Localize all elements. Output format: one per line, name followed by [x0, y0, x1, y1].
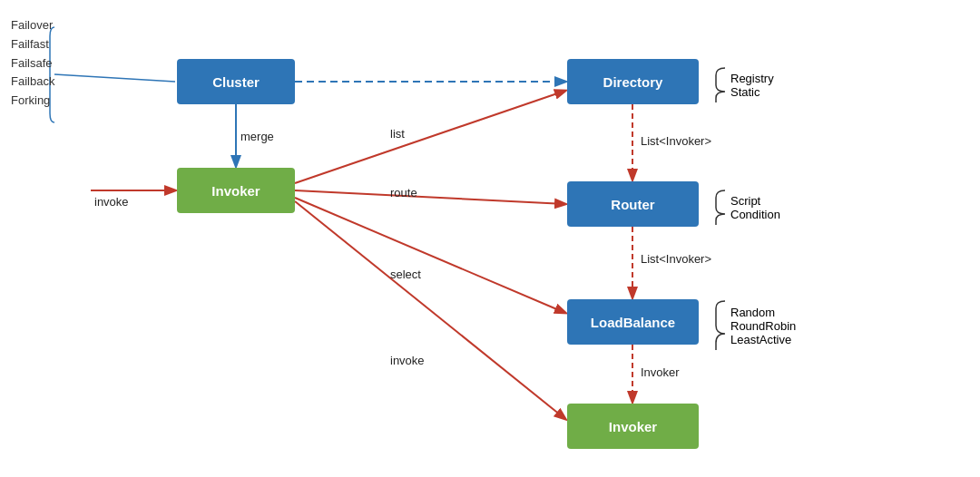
loadbalance-node: LoadBalance [567, 299, 699, 345]
cluster-option-forking: Forking [11, 92, 54, 111]
directory-options-group: Registry Static [712, 66, 774, 104]
invoker-label: Invoker [641, 365, 680, 379]
cluster-option-failover: Failover [11, 16, 54, 35]
list-invoker2-label: List<Invoker> [641, 252, 711, 266]
svg-line-5 [295, 198, 565, 313]
svg-line-10 [54, 74, 175, 82]
svg-line-4 [295, 190, 565, 204]
loadbalance-option-roundrobin: RoundRobin [730, 319, 796, 333]
invoke-label: invoke [94, 195, 129, 209]
merge-label: merge [240, 130, 274, 143]
list-invoker1-label: List<Invoker> [641, 134, 711, 148]
svg-line-3 [295, 91, 565, 183]
route-label: route [390, 186, 417, 200]
cluster-options: Failover Failfast Failsafe Failback Fork… [11, 16, 54, 111]
directory-option-registry: Registry [730, 72, 774, 85]
router-node: Router [567, 181, 699, 227]
loadbalance-options-group: Random RoundRobin LeastActive [712, 299, 796, 352]
diagram-container: Failover Failfast Failsafe Failback Fork… [0, 0, 980, 477]
router-option-condition: Condition [730, 208, 780, 221]
directory-node: Directory [567, 59, 699, 104]
cluster-option-failfast: Failfast [11, 35, 54, 54]
loadbalance-option-leastactive: LeastActive [730, 333, 796, 346]
cluster-option-failsafe: Failsafe [11, 54, 54, 73]
invoke-bottom-label: invoke [390, 354, 425, 367]
cluster-node: Cluster [177, 59, 295, 104]
invoker-top-node: Invoker [177, 168, 295, 213]
invoker-bottom-node: Invoker [567, 404, 699, 449]
arrows-svg [0, 0, 980, 477]
router-options-group: Script Condition [712, 189, 780, 227]
cluster-option-failback: Failback [11, 73, 54, 92]
directory-options: Registry Static [730, 72, 774, 99]
select-label: select [390, 268, 421, 281]
loadbalance-options: Random RoundRobin LeastActive [730, 306, 796, 346]
loadbalance-option-random: Random [730, 306, 796, 319]
router-options: Script Condition [730, 194, 780, 221]
router-option-script: Script [730, 194, 780, 208]
directory-option-static: Static [730, 85, 774, 99]
svg-line-6 [295, 201, 565, 419]
list-label: list [390, 127, 405, 141]
